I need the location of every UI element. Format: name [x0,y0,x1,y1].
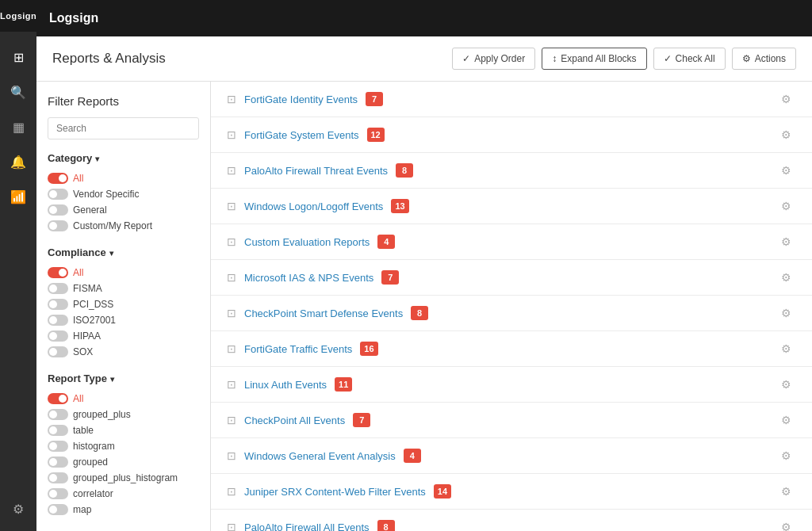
report-name[interactable]: Custom Evaluation Reports [244,236,370,248]
report-settings-icon[interactable]: ⚙ [776,91,796,107]
report-settings-icon[interactable]: ⚙ [776,198,796,214]
report-name[interactable]: FortiGate Traffic Events [244,343,352,355]
report-left: ⊡ Linux Auth Events 11 [227,377,352,392]
report-type-table-toggle[interactable] [48,425,68,436]
report-type-grouped-plus-histogram[interactable]: grouped_plus_histogram [48,470,199,486]
report-name[interactable]: CheckPoint All Events [244,414,345,426]
report-settings-icon[interactable]: ⚙ [776,234,796,250]
category-all[interactable]: All [48,170,199,186]
compliance-sox[interactable]: SOX [48,344,199,360]
report-type-all[interactable]: All [48,391,199,407]
report-settings-icon[interactable]: ⚙ [776,269,796,285]
compliance-sox-toggle[interactable] [48,346,68,357]
report-type-map[interactable]: map [48,502,199,518]
report-type-histogram[interactable]: histogram [48,438,199,454]
report-left: ⊡ Juniper SRX Content-Web Filter Events … [227,484,451,499]
report-type-grouped[interactable]: grouped [48,454,199,470]
report-settings-icon[interactable]: ⚙ [776,483,796,499]
expand-blocks-button[interactable]: ↕ Expand All Blocks [542,48,646,70]
category-vendor-toggle[interactable] [48,189,68,200]
compliance-all-toggle[interactable] [48,267,68,278]
report-settings-icon[interactable]: ⚙ [776,519,796,531]
report-type-histo-toggle[interactable] [48,441,68,452]
report-row: ⊡ Juniper SRX Content-Web Filter Events … [211,474,812,510]
compliance-iso-toggle[interactable] [48,315,68,326]
report-name[interactable]: Windows General Event Analysis [244,450,396,462]
compliance-fisma[interactable]: FISMA [48,281,199,296]
check-all-button[interactable]: ✓ Check All [653,48,726,70]
report-count-badge: 7 [381,270,399,285]
report-count-badge: 7 [366,92,383,106]
check-all-icon: ✓ [664,53,672,64]
report-type-gp-toggle[interactable] [48,409,68,420]
category-group-title[interactable]: Category [48,152,199,164]
apply-order-button[interactable]: ✓ Apply Order [452,48,535,70]
report-count-badge: 13 [391,199,408,213]
report-type-all-toggle[interactable] [48,393,68,404]
actions-icon: ⚙ [742,53,751,64]
report-left: ⊡ PaloAlto Firewall Threat Events 8 [227,163,413,178]
apply-order-icon: ✓ [462,53,470,64]
compliance-hipaa-toggle[interactable] [48,330,68,342]
report-row: ⊡ FortiGate Identity Events 7 ⚙ [211,82,812,117]
content-area: Filter Reports Category All Vendor Speci… [36,82,812,531]
report-type-correlator[interactable]: correlator [48,486,199,502]
report-name[interactable]: Linux Auth Events [244,379,327,391]
header-actions: ✓ Apply Order ↕ Expand All Blocks ✓ Chec… [452,48,796,70]
report-settings-icon[interactable]: ⚙ [776,412,796,428]
category-general-toggle[interactable] [48,204,68,216]
category-custom-toggle[interactable] [48,220,68,231]
actions-button[interactable]: ⚙ Actions [732,48,796,70]
report-settings-icon[interactable]: ⚙ [776,127,796,143]
report-name[interactable]: Windows Logon/Logoff Events [244,201,383,212]
report-left: ⊡ CheckPoint All Events 7 [227,413,370,427]
nav-network[interactable]: 📶 [4,182,33,211]
report-left: ⊡ Windows General Event Analysis 4 [227,449,421,463]
report-settings-icon[interactable]: ⚙ [776,376,796,392]
report-name[interactable]: FortiGate Identity Events [244,94,358,105]
compliance-fisma-toggle[interactable] [48,283,68,294]
report-name[interactable]: FortiGate System Events [244,129,359,141]
report-type-group-title[interactable]: Report Type [48,372,199,384]
report-type-grouped-toggle[interactable] [48,457,68,468]
compliance-group: Compliance All FISMA PCI_DSS [48,246,199,360]
report-row: ⊡ CheckPoint All Events 7 ⚙ [211,403,812,438]
report-settings-icon[interactable]: ⚙ [776,341,796,357]
report-name[interactable]: CheckPoint Smart Defense Events [244,308,403,319]
report-row-icon: ⊡ [227,521,236,531]
report-settings-icon[interactable]: ⚙ [776,448,796,464]
expand-blocks-icon: ↕ [552,53,557,64]
nav-dashboard[interactable]: ⊞ [4,43,33,71]
category-custom[interactable]: Custom/My Report [48,218,199,234]
nav-search[interactable]: 🔍 [4,78,33,106]
report-type-corr-toggle[interactable] [48,488,68,499]
nav-reports[interactable]: ▦ [4,113,33,141]
report-left: ⊡ CheckPoint Smart Defense Events 8 [227,306,428,320]
category-all-toggle[interactable] [48,173,68,184]
report-row-icon: ⊡ [227,342,236,355]
logo: Logsign [0,0,36,32]
report-name[interactable]: Microsoft IAS & NPS Events [244,272,373,284]
report-row-icon: ⊡ [227,93,236,105]
category-vendor-specific[interactable]: Vendor Specific [48,186,199,202]
nav-settings[interactable]: ⚙ [4,495,33,523]
category-chevron [95,152,99,164]
compliance-hipaa[interactable]: HIPAA [48,328,199,344]
report-type-table[interactable]: table [48,422,199,438]
compliance-all[interactable]: All [48,265,199,281]
compliance-pcidss[interactable]: PCI_DSS [48,296,199,312]
report-name[interactable]: PaloAlto Firewall All Events [244,521,370,532]
compliance-pcidss-toggle[interactable] [48,299,68,310]
compliance-iso27001[interactable]: ISO27001 [48,312,199,328]
report-type-gph-toggle[interactable] [48,472,68,483]
compliance-group-title[interactable]: Compliance [48,246,199,258]
report-type-grouped-plus[interactable]: grouped_plus [48,407,199,422]
report-settings-icon[interactable]: ⚙ [776,305,796,321]
search-input[interactable] [48,117,199,139]
report-name[interactable]: PaloAlto Firewall Threat Events [244,165,388,177]
nav-alerts[interactable]: 🔔 [4,147,33,176]
report-name[interactable]: Juniper SRX Content-Web Filter Events [244,486,426,498]
report-type-map-toggle[interactable] [48,504,68,515]
report-settings-icon[interactable]: ⚙ [776,162,796,178]
category-general[interactable]: General [48,202,199,218]
